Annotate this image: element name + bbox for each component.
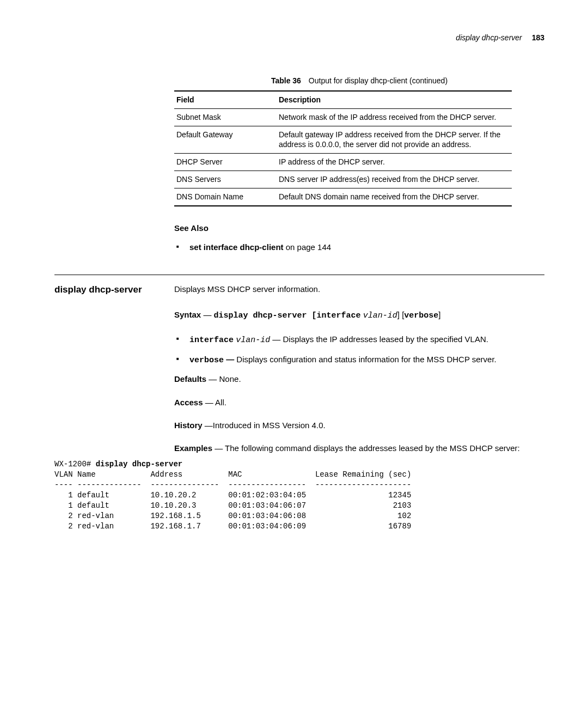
table-row: DNS Domain Name Default DNS domain name …	[174, 188, 512, 206]
col-description: Description	[277, 91, 512, 108]
table-row: Default Gateway Default gateway IP addre…	[174, 126, 512, 154]
opt-keyword: verbose	[189, 356, 224, 365]
defaults-text: — None.	[206, 374, 241, 384]
table-row: DHCP Server IP address of the DHCP serve…	[174, 154, 512, 171]
defaults-label: Defaults	[174, 374, 206, 384]
command-summary: Displays MSS DHCP server information.	[174, 284, 544, 295]
table-caption: Table 36 Output for display dhcp-client …	[174, 76, 544, 86]
cli-header: VLAN Name Address MAC Lease Remaining (s…	[54, 470, 411, 479]
table-title: Output for display dhcp-client (continue…	[309, 76, 448, 85]
see-also-list: set interface dhcp-client on page 144	[174, 241, 544, 253]
syntax-label: Syntax	[174, 310, 201, 319]
opt-keyword: interface	[189, 336, 234, 345]
field-cell: DHCP Server	[174, 154, 277, 171]
syntax-option: interface vlan-id — Displays the IP addr…	[174, 333, 544, 346]
cli-separator: ---- -------------- --------------- ----…	[54, 480, 411, 489]
opt-var: vlan-id	[236, 336, 270, 345]
access-text: — All.	[203, 398, 226, 407]
see-also-tail: on page 144	[284, 242, 332, 252]
syntax-command: display dhcp-server [interface	[214, 311, 361, 320]
page-header: display dhcp-server 183	[54, 33, 544, 43]
desc-cell: IP address of the DHCP server.	[277, 154, 512, 171]
syntax-line: Syntax — display dhcp-server [interface …	[174, 309, 544, 321]
cli-row: 2 red-vlan 192.168.1.5 00:01:03:04:06:08…	[54, 512, 411, 520]
desc-cell: DNS server IP address(es) received from …	[277, 171, 512, 188]
examples-text: — The following command displays the add…	[212, 443, 520, 453]
see-also-command: set interface dhcp-client	[189, 242, 284, 252]
header-command: display dhcp-server	[456, 33, 522, 42]
history-label: History	[174, 421, 203, 430]
cli-prompt: WX-1200#	[54, 460, 96, 468]
opt-text: — Displays the IP addresses leased by th…	[270, 334, 488, 344]
table-number: Table 36	[271, 76, 301, 85]
cli-command: display dhcp-server	[96, 460, 183, 468]
syntax-close: ]	[397, 310, 400, 319]
syntax-options-list: interface vlan-id — Displays the IP addr…	[174, 333, 544, 366]
access-line: Access — All.	[174, 397, 544, 408]
syntax-var: vlan-id	[363, 311, 397, 320]
field-cell: Default Gateway	[174, 126, 277, 154]
examples-line: Examples — The following command display…	[174, 443, 544, 454]
col-field: Field	[174, 91, 277, 108]
see-also-heading: See Also	[174, 223, 544, 234]
field-cell: DNS Domain Name	[174, 188, 277, 206]
defaults-line: Defaults — None.	[174, 374, 544, 385]
syntax-opt-close: ]	[438, 310, 440, 319]
see-also-item: set interface dhcp-client on page 144	[174, 241, 544, 253]
desc-cell: Default gateway IP address received from…	[277, 126, 512, 154]
command-name: display dhcp-server	[54, 284, 174, 296]
cli-row: 2 red-vlan 192.168.1.7 00:01:03:04:06:09…	[54, 522, 411, 531]
desc-cell: Default DNS domain name received from th…	[277, 188, 512, 206]
syntax-opt: verbose	[404, 311, 438, 320]
command-heading-row: display dhcp-server Displays MSS DHCP se…	[54, 284, 544, 296]
access-label: Access	[174, 398, 203, 407]
history-text: —Introduced in MSS Version 4.0.	[203, 421, 326, 430]
field-cell: DNS Servers	[174, 171, 277, 188]
cli-row: 1 default 10.10.20.2 00:01:02:03:04:05 1…	[54, 491, 411, 500]
section-divider	[54, 275, 544, 275]
examples-label: Examples	[174, 443, 212, 453]
cli-output: WX-1200# display dhcp-server VLAN Name A…	[54, 459, 544, 531]
history-line: History —Introduced in MSS Version 4.0.	[174, 420, 544, 431]
output-table: Field Description Subnet Mask Network ma…	[174, 90, 512, 206]
header-page-number: 183	[532, 33, 544, 42]
table-row: Subnet Mask Network mask of the IP addre…	[174, 108, 512, 126]
field-cell: Subnet Mask	[174, 108, 277, 126]
syntax-option: verbose — Displays configuration and sta…	[174, 354, 544, 366]
cli-row: 1 default 10.10.20.3 00:01:03:04:06:07 2…	[54, 501, 411, 510]
opt-text: Displays configuration and status inform…	[234, 355, 497, 364]
desc-cell: Network mask of the IP address received …	[277, 108, 512, 126]
table-row: DNS Servers DNS server IP address(es) re…	[174, 171, 512, 188]
opt-dash: —	[224, 355, 234, 364]
